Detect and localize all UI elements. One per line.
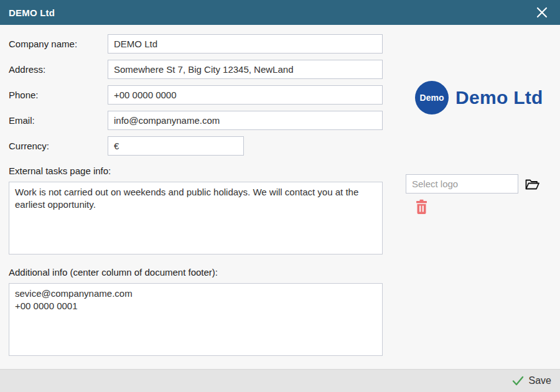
form-row-currency: Currency: <box>9 136 383 156</box>
phone-field[interactable] <box>108 85 383 105</box>
currency-label: Currency: <box>9 141 108 151</box>
check-icon <box>512 376 524 386</box>
logo-wordmark: Demo Ltd <box>455 87 543 108</box>
address-label: Address: <box>9 64 108 75</box>
logo-badge-text: Demo <box>420 93 444 103</box>
close-icon <box>536 6 548 19</box>
open-folder-icon <box>525 177 540 191</box>
additional-info-label: Additional info (center column of docume… <box>9 267 383 278</box>
additional-info-textarea[interactable] <box>9 283 383 356</box>
form-row-company-name: Company name: <box>9 34 383 54</box>
external-tasks-textarea[interactable] <box>9 182 383 254</box>
company-settings-dialog: DEMO Ltd Company name: Address: Phone: E… <box>0 0 560 392</box>
form-row-phone: Phone: <box>9 85 383 105</box>
form-row-email: Email: <box>9 111 383 130</box>
trash-icon <box>415 199 428 215</box>
form-row-address: Address: <box>9 60 383 79</box>
address-field[interactable] <box>108 60 383 79</box>
company-name-label: Company name: <box>9 39 108 49</box>
dialog-title: DEMO Ltd <box>9 7 55 18</box>
company-name-field[interactable] <box>108 34 383 54</box>
select-logo-row <box>406 174 540 194</box>
save-button[interactable]: Save <box>512 375 551 386</box>
phone-label: Phone: <box>9 90 108 100</box>
email-field[interactable] <box>108 111 383 130</box>
dialog-header: DEMO Ltd <box>0 0 560 25</box>
dialog-footer: Save <box>0 369 560 392</box>
email-label: Email: <box>9 115 108 126</box>
company-logo-preview: Demo Demo Ltd <box>415 81 543 114</box>
currency-field[interactable] <box>108 136 244 156</box>
company-form: Company name: Address: Phone: Email: Cur… <box>9 34 383 358</box>
select-logo-input[interactable] <box>406 174 518 194</box>
logo-badge: Demo <box>415 81 449 114</box>
close-button[interactable] <box>534 4 550 21</box>
browse-logo-button[interactable] <box>525 177 540 191</box>
delete-logo-button[interactable] <box>415 199 428 215</box>
external-tasks-label: External tasks page info: <box>9 166 383 176</box>
save-button-label: Save <box>529 375 551 386</box>
